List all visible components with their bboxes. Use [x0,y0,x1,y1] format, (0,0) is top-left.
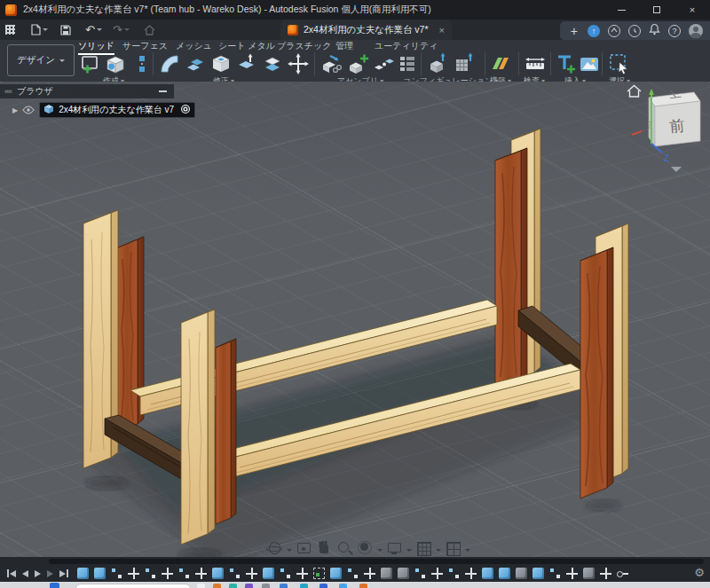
grid-snaps-button[interactable] [415,540,432,556]
timeline-feature-combine-icon[interactable] [381,568,392,579]
zoom-button[interactable] [336,540,353,556]
timeline-feature-combine-icon[interactable] [398,568,409,579]
timeline-feature-comp-icon[interactable] [330,568,342,579]
ribbon-tab-6[interactable]: ユーティリティ [375,40,438,53]
taskbar-app-icon[interactable] [280,584,288,588]
close-button[interactable]: × [674,0,710,20]
save-button[interactable] [60,25,71,35]
taskbar-app-icon[interactable] [339,584,347,588]
timeline-feature-combine-icon[interactable] [516,568,527,579]
visibility-eye-icon[interactable] [22,102,35,118]
document-tab[interactable]: 2x4材利用の丈夫な作業台 v7* × [280,20,452,40]
timeline-feature-comp-icon[interactable] [212,568,224,579]
leg-back-right-red-post[interactable] [495,148,527,396]
timeline-feature-comp-icon[interactable] [532,568,544,579]
step-forward-button[interactable] [47,570,53,577]
ribbon-tab-2[interactable]: メッシュ [176,40,212,53]
ribbon-tab-1[interactable]: サーフェス [122,40,168,53]
go-to-end-button[interactable] [59,569,68,577]
new-component-button[interactable] [346,52,371,75]
create-sketch-button[interactable] [78,52,103,75]
profile-avatar[interactable] [689,24,703,38]
timeline-feature-move-icon[interactable] [600,568,611,579]
timeline-settings-gear-icon[interactable]: ⚙ [694,566,705,579]
taskbar-app-icon[interactable] [213,584,221,588]
timeline-feature-combine-icon[interactable] [583,568,595,579]
sketch-dimension-button[interactable] [130,52,154,75]
timeline-feature-comp-icon[interactable] [77,568,89,579]
view-cube[interactable]: 上 前 左 Z [621,82,710,181]
maximize-button[interactable] [639,0,674,20]
redo-caret[interactable] [124,28,130,34]
timeline-feature-align-icon[interactable] [111,568,122,579]
timeline-feature-move-icon[interactable] [128,568,139,579]
measure-button[interactable] [523,52,548,75]
fit-caret[interactable] [377,549,383,554]
taskbar-app-icon[interactable] [197,584,205,588]
new-document-tab-button[interactable]: + [571,24,578,38]
data-panel-icon[interactable] [5,25,15,35]
view-cube-front-label[interactable]: 前 [669,117,686,136]
taskbar-app-icon[interactable] [229,584,237,588]
pan-button[interactable] [316,540,333,556]
go-to-start-button[interactable] [7,569,16,577]
timeline-feature-move-icon[interactable] [195,568,207,579]
undo-button[interactable]: ↶ [85,24,104,35]
timeline-feature-comp-icon[interactable] [482,568,493,579]
browser-header[interactable]: «« ブラウザ [0,84,174,98]
taskbar-app-icon[interactable] [245,584,253,588]
timeline-feature-move-icon[interactable] [246,568,257,579]
timeline-feature-comp-icon[interactable] [263,568,274,579]
home-icon[interactable] [144,25,155,35]
shell-button[interactable] [209,52,233,75]
status-icon[interactable] [608,25,620,37]
job-status-icon[interactable] [628,25,641,37]
move-copy-button[interactable] [286,52,311,75]
orbit-caret[interactable] [287,549,292,554]
timeline-feature-align-icon[interactable] [229,568,241,579]
play-button[interactable] [35,570,41,577]
viewports-button[interactable] [445,540,462,556]
joint-button[interactable] [373,52,398,75]
ribbon-tab-3[interactable]: シート メタル [218,40,275,53]
notifications-icon[interactable] [649,23,660,39]
taskbar-start-icon[interactable] [50,583,59,588]
timeline-feature-sketch-icon[interactable] [313,568,325,579]
viewports-caret[interactable] [465,549,470,554]
timeline-feature-move-icon[interactable] [431,568,443,579]
leg-front-left-red-post[interactable] [216,339,236,524]
timeline-feature-align-icon[interactable] [414,568,426,579]
split-body-button[interactable] [260,52,285,75]
timeline-feature-align-icon[interactable] [549,568,561,579]
bom-button[interactable] [396,52,421,75]
taskbar-app-icon[interactable] [320,584,327,588]
orbit-button[interactable] [266,540,283,556]
offset-face-button[interactable] [234,52,259,75]
press-pull-button[interactable] [183,52,208,75]
browser-minimize-icon[interactable] [159,90,167,92]
timeline-feature-align-icon[interactable] [280,568,291,579]
view-cube-menu-caret[interactable] [671,167,682,172]
viewport-3d[interactable]: «« ブラウザ ▶ 2x4材利用の丈夫な作業台 v7 [0,82,710,557]
taskbar-search-box[interactable] [75,584,191,588]
undo-caret[interactable] [97,28,102,34]
display-settings-caret[interactable] [406,549,412,554]
insert-text-button[interactable] [555,52,580,75]
file-menu-caret[interactable] [43,28,48,34]
timeline-feature-align-icon[interactable] [145,568,156,579]
expand-arrow-icon[interactable]: ▶ [12,106,18,114]
leg-back-left-red-post[interactable] [116,237,144,433]
configure-button[interactable] [426,52,451,75]
display-settings-button[interactable] [386,540,403,556]
leg-front-right-red-post[interactable] [580,247,613,498]
create-primitive-button[interactable] [103,52,128,75]
extensions-icon[interactable]: ↑ [588,25,600,37]
timeline-feature-move-icon[interactable] [162,568,173,579]
ribbon-tab-5[interactable]: 管理 [335,40,353,53]
timeline-feature-move-icon[interactable] [296,568,308,579]
browser-collapse-icon[interactable]: «« [4,87,12,96]
timeline-feature-align-icon[interactable] [178,568,190,579]
taskbar-app-icon[interactable] [359,584,367,588]
help-icon[interactable]: ? [668,25,681,37]
grid-snaps-caret[interactable] [436,549,441,554]
